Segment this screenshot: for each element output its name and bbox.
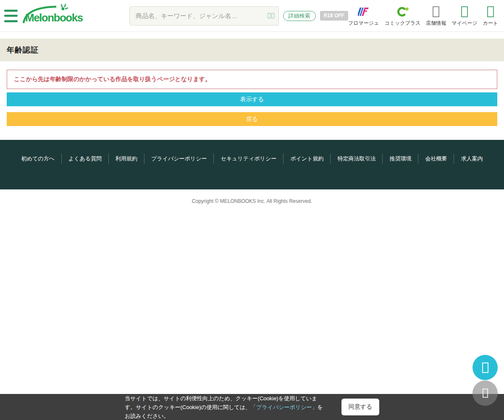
nav-item-cart[interactable]: カート (483, 5, 498, 27)
warning-text: ここから先は年齢制限のかかっている作品を取り扱うページとなります。 (14, 76, 211, 82)
r18-off-badge[interactable]: R18 OFF (320, 11, 348, 21)
footer-link-point-rules[interactable]: ポイント規約 (283, 154, 330, 164)
footer-link-faq[interactable]: よくある質問 (61, 154, 108, 164)
scroll-top-glyph-icon (483, 388, 488, 398)
comicplus-logo-icon (396, 5, 409, 18)
page-title: 年齢認証 (7, 45, 39, 55)
hamburger-menu-icon[interactable] (4, 9, 18, 23)
main-content: ここから先は年齢制限のかかっている作品を取り扱うページとなります。 表示する 戻… (0, 70, 504, 126)
nav-item-comicplus[interactable]: コミックプラス (384, 5, 420, 27)
footer-link-terms[interactable]: 利用規約 (108, 154, 144, 164)
store-info-icon (433, 5, 439, 18)
back-button[interactable]: 戻る (7, 112, 497, 126)
cookie-agree-button[interactable]: 同意する (341, 399, 379, 415)
copyright-text: Copyright © MELONBOOKS Inc. All Rights R… (0, 198, 504, 204)
footer-link-first-time[interactable]: 初めての方へ (15, 154, 61, 164)
scroll-top-fab-button[interactable] (472, 381, 498, 406)
search-input[interactable] (135, 12, 268, 20)
nav-item-mypage[interactable]: マイページ (452, 5, 477, 27)
fromage-logo-icon (358, 5, 370, 18)
header-nav: フロマージュ コミックプラス 店舗情報 マイページ (348, 5, 498, 27)
site-header: Melonbooks 詳細検索 R18 OFF (0, 0, 504, 32)
age-restriction-warning: ここから先は年齢制限のかかっている作品を取り扱うページとなります。 (7, 70, 497, 89)
advanced-search-button[interactable]: 詳細検索 (283, 11, 316, 21)
chat-fab-button[interactable] (472, 355, 498, 380)
footer-link-commercial-law[interactable]: 特定商法取引法 (330, 154, 382, 164)
footer-link-privacy-policy[interactable]: プライバシーポリシー (144, 154, 213, 164)
footer-links: 初めての方へ よくある質問 利用規約 プライバシーポリシー セキュリティポリシー… (0, 154, 504, 164)
cart-icon (487, 5, 494, 18)
cookie-consent-text: 当サイトでは、サイトの利便性向上のため、クッキー(Cookie)を使用しています… (125, 394, 326, 420)
page-title-bar: 年齢認証 (0, 39, 504, 61)
show-button[interactable]: 表示する (7, 92, 497, 106)
nav-item-fromage[interactable]: フロマージュ (348, 5, 379, 27)
search-bar[interactable] (129, 6, 279, 26)
footer-link-recommended-env[interactable]: 推奨環境 (382, 154, 418, 164)
nav-item-store-info[interactable]: 店舗情報 (426, 5, 446, 27)
nav-label: 店舗情報 (426, 20, 446, 27)
nav-label: コミックプラス (384, 20, 420, 27)
cookie-consent-banner: 当サイトでは、サイトの利便性向上のため、クッキー(Cookie)を使用しています… (0, 394, 504, 420)
footer-link-recruit[interactable]: 求人案内 (454, 154, 489, 164)
nav-label: カート (483, 20, 498, 27)
privacy-policy-link[interactable]: 「プライバシーポリシー」 (251, 404, 317, 410)
footer-link-company[interactable]: 会社概要 (418, 154, 454, 164)
mypage-icon (461, 5, 468, 18)
logo-text: Melonbooks (25, 11, 83, 24)
nav-label: フロマージュ (348, 20, 379, 27)
chat-glyph-icon (482, 362, 488, 373)
search-glyph-icon[interactable] (268, 13, 274, 18)
melonbooks-logo[interactable]: Melonbooks (22, 5, 81, 27)
footer-link-security-policy[interactable]: セキュリティポリシー (213, 154, 283, 164)
nav-label: マイページ (452, 20, 477, 27)
site-footer: 初めての方へ よくある質問 利用規約 プライバシーポリシー セキュリティポリシー… (0, 140, 504, 189)
